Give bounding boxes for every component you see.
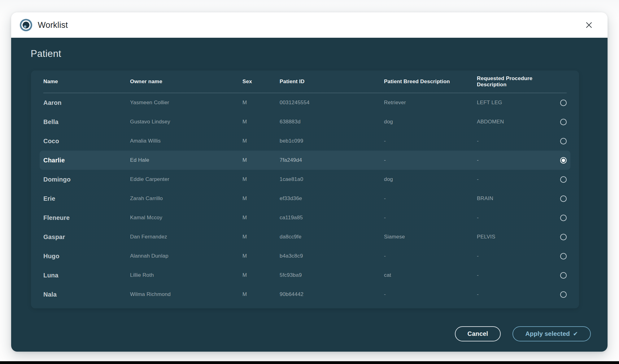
patient-name-cell: Bella	[43, 118, 130, 126]
patient-id-cell: da8cc9fe	[280, 234, 384, 240]
patient-id-cell: 90b64442	[280, 291, 384, 298]
app-eye-logo-icon	[20, 19, 32, 31]
column-header-sex: Sex	[242, 79, 280, 85]
table-row[interactable]: FleneureKamal MccoyMca119a85--	[40, 208, 570, 227]
column-header-breed-description: Patient Breed Description	[384, 79, 477, 85]
row-radio-icon[interactable]	[560, 215, 567, 221]
cancel-button[interactable]: Cancel	[455, 326, 501, 341]
column-header-procedure-description: Requested Procedure Description	[477, 75, 549, 88]
breed-cell: Siamese	[384, 234, 477, 240]
patient-id-cell: ef33d36e	[280, 195, 384, 202]
apply-selected-button[interactable]: Apply selected ✔	[512, 326, 591, 341]
patient-id-cell: 1cae81a0	[280, 176, 384, 182]
owner-name-cell: Gustavo Lindsey	[130, 119, 242, 125]
procedure-cell: BRAIN	[477, 195, 549, 202]
table-row[interactable]: DomingoEddie CarpenterM1cae81a0dog-	[40, 170, 570, 189]
row-radio-icon[interactable]	[560, 272, 567, 279]
sex-cell: M	[242, 234, 280, 240]
sex-cell: M	[242, 291, 280, 298]
patient-name-cell: Erie	[43, 195, 130, 202]
owner-name-cell: Yasmeen Collier	[130, 100, 242, 106]
row-select-cell	[549, 195, 567, 202]
table-row[interactable]: NalaWilma RichmondM90b64442--	[40, 285, 570, 304]
breed-cell: -	[384, 253, 477, 259]
owner-name-cell: Amalia Willis	[130, 138, 242, 144]
patient-name-cell: Domingo	[43, 176, 130, 183]
close-icon[interactable]	[583, 19, 595, 31]
logo-pupil	[23, 22, 29, 28]
dialog-body: Patient Name Owner name Sex Patient ID P…	[11, 38, 608, 352]
breed-cell: Retriever	[384, 100, 477, 106]
table-row[interactable]: GasparDan FernandezMda8cc9feSiamesePELVI…	[40, 227, 570, 246]
logo-glint	[24, 25, 26, 28]
patient-name-cell: Luna	[43, 272, 130, 279]
row-select-cell	[549, 291, 567, 298]
patient-id-cell: beb1c099	[280, 138, 384, 144]
owner-name-cell: Kamal Mccoy	[130, 215, 242, 221]
column-header-patient-id: Patient ID	[280, 79, 384, 85]
procedure-cell: ABDOMEN	[477, 119, 549, 125]
patient-id-cell: 638883d	[280, 119, 384, 125]
owner-name-cell: Ed Hale	[130, 157, 242, 163]
sex-cell: M	[242, 138, 280, 144]
breed-cell: -	[384, 157, 477, 163]
owner-name-cell: Lillie Roth	[130, 272, 242, 278]
row-select-cell	[549, 157, 567, 164]
table-row[interactable]: CharlieEd HaleM7fa249d4--	[40, 151, 570, 170]
row-select-cell	[549, 272, 567, 279]
procedure-cell: -	[477, 291, 549, 298]
apply-selected-label: Apply selected	[525, 330, 570, 337]
screen-background: Worklist Patient Name Owner name Sex Pat…	[0, 0, 619, 364]
row-radio-icon[interactable]	[560, 176, 567, 183]
table-row[interactable]: BellaGustavo LindseyM638883ddogABDOMEN	[40, 112, 570, 131]
row-radio-icon[interactable]	[560, 195, 567, 202]
patient-table-panel: Name Owner name Sex Patient ID Patient B…	[31, 71, 579, 308]
row-radio-icon[interactable]	[560, 291, 567, 298]
table-row[interactable]: LunaLillie RothM5fc93ba9cat-	[40, 266, 570, 285]
breed-cell: -	[384, 138, 477, 144]
screen-bottom-bezel	[0, 361, 619, 364]
table-row[interactable]: ErieZarah CarrilloMef33d36e-BRAIN	[40, 189, 570, 208]
sex-cell: M	[242, 157, 280, 163]
patient-id-cell: 0031245554	[280, 100, 384, 106]
patient-name-cell: Coco	[43, 138, 130, 145]
row-radio-icon[interactable]	[560, 119, 567, 125]
row-radio-icon[interactable]	[560, 138, 567, 144]
row-radio-icon[interactable]	[560, 234, 567, 240]
table-row[interactable]: CocoAmalia WillisMbeb1c099--	[40, 131, 570, 151]
column-header-name: Name	[43, 79, 130, 85]
row-select-cell	[549, 100, 567, 106]
row-select-cell	[549, 119, 567, 125]
breed-cell: -	[384, 215, 477, 221]
table-header-row: Name Owner name Sex Patient ID Patient B…	[43, 71, 567, 93]
row-select-cell	[549, 176, 567, 183]
row-select-cell	[549, 215, 567, 221]
row-radio-selected-icon[interactable]	[560, 157, 567, 164]
patient-id-cell: ca119a85	[280, 215, 384, 221]
sex-cell: M	[242, 100, 280, 106]
sex-cell: M	[242, 176, 280, 182]
row-radio-icon[interactable]	[560, 100, 567, 106]
page-title: Patient	[31, 48, 591, 59]
row-radio-icon[interactable]	[560, 253, 567, 259]
sex-cell: M	[242, 272, 280, 278]
patient-id-cell: b4a3c8c9	[280, 253, 384, 259]
patient-id-cell: 5fc93ba9	[280, 272, 384, 278]
row-select-cell	[549, 234, 567, 240]
sex-cell: M	[242, 215, 280, 221]
sex-cell: M	[242, 195, 280, 202]
check-icon: ✔	[573, 331, 578, 337]
table-row[interactable]: HugoAlannah DunlapMb4a3c8c9--	[40, 246, 570, 266]
table-row[interactable]: AaronYasmeen CollierM0031245554Retriever…	[40, 93, 570, 112]
patient-id-cell: 7fa249d4	[280, 157, 384, 163]
procedure-cell: -	[477, 272, 549, 278]
row-select-cell	[549, 253, 567, 259]
procedure-cell: -	[477, 157, 549, 163]
owner-name-cell: Zarah Carrillo	[130, 195, 242, 202]
table-body: AaronYasmeen CollierM0031245554Retriever…	[43, 93, 567, 304]
breed-cell: dog	[384, 176, 477, 182]
breed-cell: cat	[384, 272, 477, 278]
worklist-dialog: Worklist Patient Name Owner name Sex Pat…	[11, 12, 608, 352]
procedure-cell: -	[477, 215, 549, 221]
dialog-footer: Cancel Apply selected ✔	[30, 326, 591, 341]
